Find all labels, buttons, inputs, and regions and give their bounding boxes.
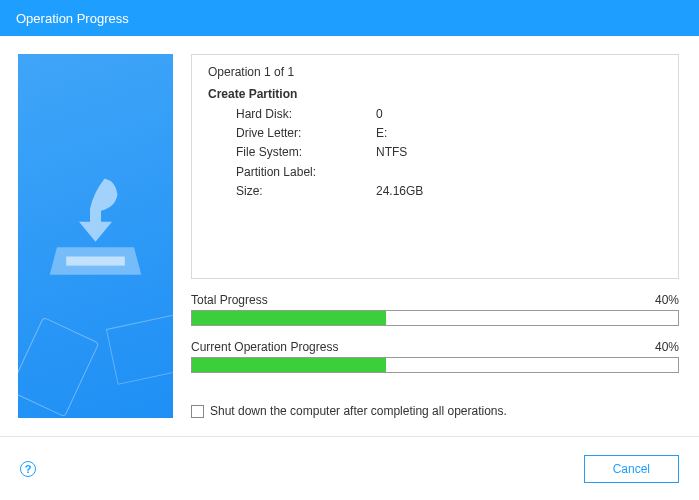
bottom-bar: ? Cancel	[0, 436, 699, 500]
current-progress-label: Current Operation Progress	[191, 340, 338, 354]
field-row: Drive Letter: E:	[236, 124, 662, 143]
field-row: Size: 24.16GB	[236, 182, 662, 201]
svg-rect-0	[66, 257, 125, 266]
shutdown-label: Shut down the computer after completing …	[210, 404, 507, 418]
field-key: Drive Letter:	[236, 124, 376, 143]
operation-fields: Hard Disk: 0 Drive Letter: E: File Syste…	[208, 105, 662, 201]
total-progress-fill	[192, 311, 386, 325]
operation-counter: Operation 1 of 1	[208, 65, 662, 79]
current-progress-fill	[192, 358, 386, 372]
window-title: Operation Progress	[16, 11, 129, 26]
field-value: E:	[376, 124, 387, 143]
field-value: 24.16GB	[376, 182, 423, 201]
main-panel: Operation 1 of 1 Create Partition Hard D…	[173, 36, 699, 436]
field-key: Partition Label:	[236, 163, 376, 182]
total-progress-section: Total Progress 40%	[191, 293, 679, 326]
operation-details-box: Operation 1 of 1 Create Partition Hard D…	[191, 54, 679, 279]
content-area: Operation 1 of 1 Create Partition Hard D…	[0, 36, 699, 436]
total-progress-bar	[191, 310, 679, 326]
help-icon[interactable]: ?	[20, 461, 36, 477]
field-key: Hard Disk:	[236, 105, 376, 124]
field-key: Size:	[236, 182, 376, 201]
current-progress-section: Current Operation Progress 40%	[191, 340, 679, 373]
download-to-disk-icon	[48, 174, 143, 284]
field-value: 0	[376, 105, 383, 124]
title-bar: Operation Progress	[0, 0, 699, 36]
current-progress-percent: 40%	[655, 340, 679, 354]
sidebar-graphic-panel	[18, 54, 173, 418]
field-row: File System: NTFS	[236, 143, 662, 162]
total-progress-label: Total Progress	[191, 293, 268, 307]
shutdown-option[interactable]: Shut down the computer after completing …	[191, 404, 679, 418]
cancel-button[interactable]: Cancel	[584, 455, 679, 483]
field-value: NTFS	[376, 143, 407, 162]
current-progress-bar	[191, 357, 679, 373]
operation-title: Create Partition	[208, 87, 662, 101]
total-progress-percent: 40%	[655, 293, 679, 307]
shutdown-checkbox[interactable]	[191, 405, 204, 418]
field-key: File System:	[236, 143, 376, 162]
field-row: Hard Disk: 0	[236, 105, 662, 124]
field-row: Partition Label:	[236, 163, 662, 182]
